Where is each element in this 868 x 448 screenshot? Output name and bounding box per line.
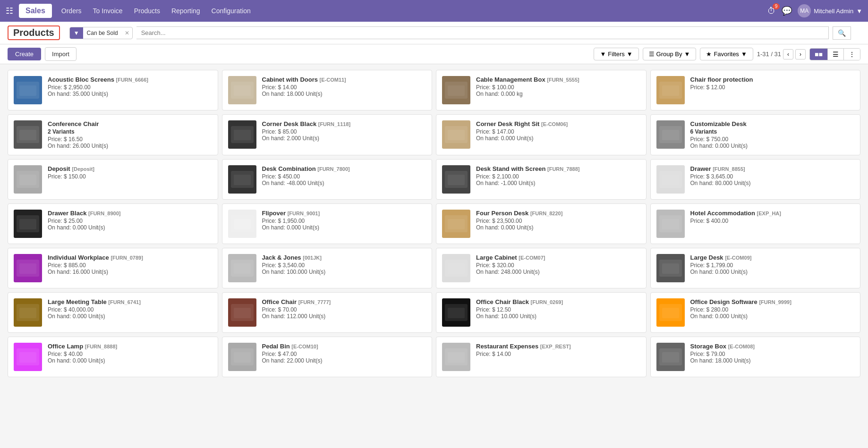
product-info: Chair floor protectionPrice: $ 12.00 <box>690 76 855 91</box>
product-card[interactable]: Individual Workplace [FURN_0789]Price: $… <box>8 248 218 288</box>
product-info: Desk Combination [FURN_7800]Price: $ 450… <box>262 165 426 186</box>
chat-icon[interactable]: 💬 <box>782 6 792 16</box>
product-card[interactable]: Large Desk [E-COM09]Price: $ 1,799.00On … <box>650 248 861 288</box>
grid-view-button[interactable]: ⋮ <box>844 49 860 60</box>
product-card[interactable]: Corner Desk Right Sit [E-COM06]Price: $ … <box>436 114 647 155</box>
product-ref: [E-COM10] <box>291 344 318 349</box>
nav-reporting[interactable]: Reporting <box>171 7 200 15</box>
product-info: Drawer Black [FURN_8900]Price: $ 25.00On… <box>48 210 212 231</box>
kanban-view-button[interactable]: ■■ <box>810 49 828 60</box>
app-name[interactable]: Sales <box>19 4 52 18</box>
product-price: Price: $ 25.00 <box>48 218 212 224</box>
product-variants: 2 Variants <box>48 128 212 135</box>
product-price: Price: $ 885.00 <box>48 262 212 269</box>
search-input[interactable] <box>136 26 829 39</box>
product-card[interactable]: Deposit [Deposit]Price: $ 150.00 <box>8 159 218 200</box>
product-card[interactable]: Cable Management Box [FURN_5555]Price: $… <box>436 70 647 110</box>
product-card[interactable]: Storage Box [E-COM08]Price: $ 79.00On ha… <box>650 337 861 377</box>
product-name: Drawer [FURN_8855] <box>690 165 855 172</box>
top-navigation: ☷ Sales Orders To Invoice Products Repor… <box>0 0 868 22</box>
product-thumbnail <box>228 120 256 149</box>
product-card[interactable]: Large Cabinet [E-COM07]Price: $ 320.00On… <box>436 248 647 288</box>
product-card[interactable]: Office Chair [FURN_7777]Price: $ 70.00On… <box>222 292 433 333</box>
svg-rect-37 <box>448 263 465 274</box>
product-name: Four Person Desk [FURN_8220] <box>476 210 640 217</box>
product-ref: [EXP_HA] <box>757 211 781 216</box>
groupby-dropdown[interactable]: ☰ Group By ▼ <box>643 48 697 60</box>
product-ref: [E-COM09] <box>725 255 751 261</box>
grid-menu-icon[interactable]: ☷ <box>6 6 13 16</box>
nav-orders[interactable]: Orders <box>61 7 82 15</box>
product-stock: On hand: 35.000 Unit(s) <box>48 91 212 97</box>
create-button[interactable]: Create <box>8 48 41 60</box>
product-card[interactable]: Corner Desk Black [FURN_1118]Price: $ 85… <box>222 114 433 155</box>
product-card[interactable]: Large Meeting Table [FURN_6741]Price: $ … <box>8 292 218 333</box>
filter-tag-label: Can be Sold <box>83 27 122 39</box>
product-price: Price: $ 40,000.00 <box>48 306 212 313</box>
product-name: Large Desk [E-COM09] <box>690 254 855 261</box>
product-card[interactable]: Drawer [FURN_8855]Price: $ 3,645.00On ha… <box>650 159 861 200</box>
filters-dropdown[interactable]: ▼ Filters ▼ <box>594 48 638 60</box>
product-card[interactable]: Restaurant Expenses [EXP_REST]Price: $ 1… <box>436 337 647 377</box>
product-card[interactable]: Pedal Bin [E-COM10]Price: $ 47.00On hand… <box>222 337 433 377</box>
page-header: Products ▼ Can be Sold ✕ 🔍 <box>0 22 868 44</box>
product-stock: On hand: 26.000 Unit(s) <box>48 143 212 149</box>
product-thumbnail <box>14 165 42 194</box>
import-button[interactable]: Import <box>45 47 77 61</box>
product-card[interactable]: Desk Combination [FURN_7800]Price: $ 450… <box>222 159 433 200</box>
product-price: Price: $ 100.00 <box>476 84 640 91</box>
nav-configuration[interactable]: Configuration <box>212 7 251 15</box>
product-info: Four Person Desk [FURN_8220]Price: $ 23,… <box>476 210 640 231</box>
svg-rect-49 <box>19 352 36 363</box>
product-card[interactable]: Four Person Desk [FURN_8220]Price: $ 23,… <box>436 203 647 244</box>
pager-prev[interactable]: ‹ <box>783 49 793 59</box>
view-toggle: ■■ ☰ ⋮ <box>809 48 860 60</box>
user-menu[interactable]: MA Mitchell Admin ▼ <box>798 4 862 17</box>
search-button[interactable]: 🔍 <box>833 26 851 40</box>
svg-rect-3 <box>234 85 251 96</box>
product-stock: On hand: 0.000 Unit(s) <box>48 224 212 231</box>
favorites-dropdown[interactable]: ★ Favorites ▼ <box>700 48 753 60</box>
product-card[interactable]: Customizable Desk6 VariantsPrice: $ 750.… <box>650 114 861 155</box>
product-card[interactable]: Cabinet with Doors [E-COM11]Price: $ 14.… <box>222 70 433 110</box>
topnav-right: ⏱ 9 💬 MA Mitchell Admin ▼ <box>767 4 862 17</box>
product-name: Customizable Desk <box>690 120 855 127</box>
product-info: Office Design Software [FURN_9999]Price:… <box>690 298 855 320</box>
product-card[interactable]: Chair floor protectionPrice: $ 12.00 <box>650 70 861 110</box>
filter-remove-button[interactable]: ✕ <box>122 27 132 39</box>
product-card[interactable]: Office Lamp [FURN_8888]Price: $ 40.00On … <box>8 337 218 377</box>
product-thumbnail <box>442 210 470 238</box>
product-card[interactable]: Office Chair Black [FURN_0269]Price: $ 1… <box>436 292 647 333</box>
product-info: Individual Workplace [FURN_0789]Price: $… <box>48 254 212 275</box>
product-card[interactable]: Hotel Accommodation [EXP_HA]Price: $ 400… <box>650 203 861 244</box>
nav-to-invoice[interactable]: To Invoice <box>93 7 123 15</box>
product-price: Price: $ 280.00 <box>690 306 855 313</box>
product-card[interactable]: Desk Stand with Screen [FURN_7888]Price:… <box>436 159 647 200</box>
product-ref: [FURN_5555] <box>547 77 579 83</box>
product-thumbnail <box>656 298 685 327</box>
product-card[interactable]: Conference Chair2 VariantsPrice: $ 16.50… <box>8 114 218 155</box>
list-view-button[interactable]: ☰ <box>828 49 844 60</box>
product-thumbnail <box>14 120 42 149</box>
product-ref: [E-COM08] <box>728 344 755 349</box>
product-ref: [FURN_0789] <box>111 255 143 261</box>
product-card[interactable]: Jack & Jones [001JK]Price: $ 3,540.00On … <box>222 248 433 288</box>
product-info: Cabinet with Doors [E-COM11]Price: $ 14.… <box>262 76 426 97</box>
product-ref: [FURN_6741] <box>108 299 140 305</box>
product-card[interactable]: Drawer Black [FURN_8900]Price: $ 25.00On… <box>8 203 218 244</box>
product-card[interactable]: Flipover [FURN_9001]Price: $ 1,950.00On … <box>222 203 433 244</box>
product-price: Price: $ 750.00 <box>690 136 855 143</box>
product-card[interactable]: Office Design Software [FURN_9999]Price:… <box>650 292 861 333</box>
product-ref: [FURN_0269] <box>531 299 563 305</box>
product-stock: On hand: 2.000 Unit(s) <box>262 135 426 142</box>
product-name: Desk Combination [FURN_7800] <box>262 165 426 172</box>
product-name: Pedal Bin [E-COM10] <box>262 343 426 350</box>
product-name: Hotel Accommodation [EXP_HA] <box>690 210 855 217</box>
activity-icon[interactable]: ⏱ 9 <box>767 6 776 16</box>
pager-next[interactable]: › <box>795 49 806 59</box>
product-card[interactable]: Acoustic Bloc Screens [FURN_6666]Price: … <box>8 70 218 110</box>
product-ref: [EXP_REST] <box>540 344 571 349</box>
product-info: Office Chair Black [FURN_0269]Price: $ 1… <box>476 298 640 320</box>
nav-products[interactable]: Products <box>134 7 160 15</box>
svg-rect-5 <box>448 85 465 96</box>
